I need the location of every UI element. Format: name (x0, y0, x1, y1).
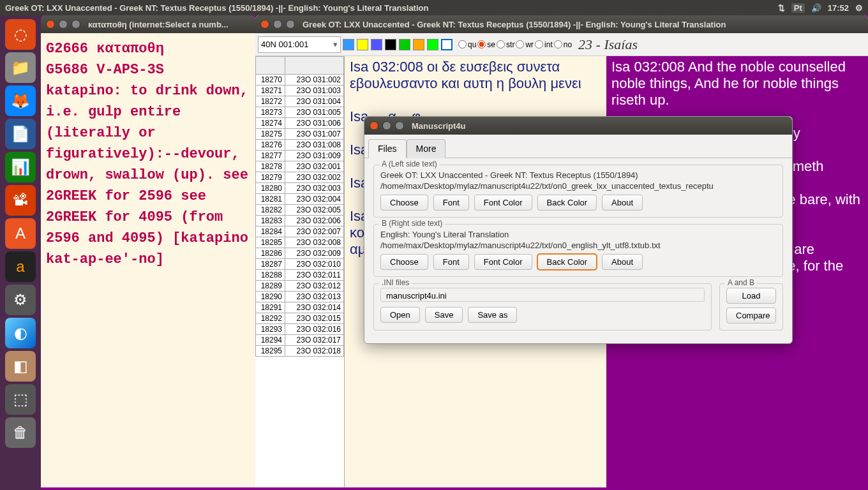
table-row[interactable]: 1828423O 032:007 (256, 226, 344, 237)
minimize-icon[interactable] (382, 121, 391, 130)
tool-icon[interactable] (413, 39, 424, 50)
a-backcolor-button[interactable]: Back Color (537, 195, 597, 211)
table-row[interactable]: 1829123O 032:014 (256, 302, 344, 313)
table-row[interactable]: 1828223O 032:005 (256, 205, 344, 216)
toolbar: 40N 001:001 qusestrwrintno 23 - Isaías (255, 33, 868, 56)
minimize-icon[interactable] (59, 20, 68, 29)
table-row[interactable]: 1827923O 032:002 (256, 172, 344, 183)
book-label: 23 - Isaías (578, 36, 638, 53)
table-row[interactable]: 1827023O 031:002 (256, 75, 344, 85)
maximize-icon[interactable] (395, 121, 404, 130)
table-row[interactable]: 1828923O 032:012 (256, 281, 344, 292)
dash-icon[interactable]: ◌ (5, 19, 36, 50)
table-row[interactable]: 1828023O 032:003 (256, 183, 344, 194)
sound-icon[interactable]: 🔊 (811, 3, 821, 13)
table-row[interactable]: 1827723O 031:009 (256, 151, 344, 161)
maximize-icon[interactable] (286, 20, 295, 29)
radio-qu[interactable]: qu (458, 40, 476, 49)
a-font-button[interactable]: Font (433, 195, 469, 211)
clock[interactable]: 17:52 (828, 3, 849, 13)
writer-icon[interactable]: 📄 (5, 119, 36, 149)
save-button[interactable]: Save (425, 307, 463, 323)
table-row[interactable]: 1828523O 032:008 (256, 237, 344, 248)
ini-file[interactable]: manuscript4u.ini (380, 288, 705, 302)
table-row[interactable]: 1829323O 032:016 (256, 324, 344, 335)
table-row[interactable]: 1829423O 032:017 (256, 335, 344, 346)
amazon-icon[interactable]: a (5, 251, 36, 282)
section-ini: .INI files manuscript4u.ini Open Save Sa… (373, 283, 712, 330)
main-titlebar[interactable]: Greek OT: LXX Unaccented - Greek NT: Tex… (255, 15, 868, 33)
lexicon-window: καταποθη (internet:Select a numb... G266… (41, 15, 255, 487)
tool-icon[interactable] (427, 39, 438, 50)
tool-icon[interactable] (357, 39, 368, 50)
tab-more[interactable]: More (407, 139, 446, 158)
table-row[interactable]: 1827523O 031:007 (256, 129, 344, 140)
section-b-label: B (Right side text) (379, 219, 445, 228)
section-ab: A and B Load Compare (719, 283, 783, 330)
radio-str[interactable]: str (497, 40, 514, 49)
compare-button[interactable]: Compare (726, 308, 776, 323)
table-row[interactable]: 1827323O 031:005 (256, 107, 344, 118)
close-icon[interactable] (260, 20, 269, 29)
network-icon[interactable]: ⇅ (778, 3, 785, 13)
section-b: B (Right side text) English: Young's Lit… (373, 224, 783, 277)
saveas-button[interactable]: Save as (468, 307, 517, 323)
table-row[interactable]: 1827823O 032:001 (256, 161, 344, 172)
table-row[interactable]: 1827423O 031:006 (256, 118, 344, 129)
table-row[interactable]: 1828123O 032:004 (256, 194, 344, 205)
table-row[interactable]: 1828623O 032:009 (256, 248, 344, 259)
radio-se[interactable]: se (477, 40, 495, 49)
table-row[interactable]: 1829223O 032:015 (256, 313, 344, 324)
tool-icon[interactable] (399, 39, 410, 50)
b-choose-button[interactable]: Choose (380, 254, 428, 270)
firefox-icon[interactable]: 🦊 (5, 85, 36, 116)
gear-icon[interactable]: ⚙ (855, 3, 863, 13)
radio-no[interactable]: no (554, 40, 572, 49)
a-choose-button[interactable]: Choose (380, 195, 428, 211)
table-row[interactable]: 1828723O 032:010 (256, 259, 344, 270)
table-row[interactable]: 1827223O 031:004 (256, 96, 344, 107)
maximize-icon[interactable] (71, 20, 80, 29)
b-about-button[interactable]: About (602, 254, 643, 270)
b-fontcolor-button[interactable]: Font Color (474, 254, 532, 270)
files-icon[interactable]: 📁 (5, 52, 36, 83)
impress-icon[interactable]: 📽 (5, 185, 36, 216)
software-icon[interactable]: A (5, 218, 36, 249)
table-row[interactable]: 1829023O 032:013 (256, 292, 344, 302)
tool-icon[interactable] (371, 39, 382, 50)
radio-wr[interactable]: wr (516, 40, 534, 49)
radio-int[interactable]: int (535, 40, 553, 49)
app-icon[interactable]: ⬚ (5, 384, 36, 415)
tool-icon[interactable] (343, 39, 354, 50)
table-row[interactable]: 1827623O 031:008 (256, 140, 344, 151)
lexicon-titlebar[interactable]: καταποθη (internet:Select a numb... (41, 15, 255, 33)
settings-icon[interactable]: ⚙ (5, 285, 36, 315)
verse-table[interactable]: 1827023O 031:0021827123O 031:0031827223O… (255, 56, 345, 487)
a-fontcolor-button[interactable]: Font Color (474, 195, 532, 211)
close-icon[interactable] (370, 121, 378, 130)
table-row[interactable]: 1827123O 031:003 (256, 85, 344, 96)
lexicon-title: καταποθη (internet:Select a numb... (88, 20, 228, 29)
keyboard-lang[interactable]: Pt (791, 3, 805, 13)
table-row[interactable]: 1828323O 032:006 (256, 216, 344, 226)
minimize-icon[interactable] (273, 20, 282, 29)
verse-combo[interactable]: 40N 001:001 (258, 36, 341, 53)
close-icon[interactable] (46, 20, 55, 29)
app-icon[interactable]: ◧ (5, 351, 36, 382)
b-backcolor-button[interactable]: Back Color (537, 254, 597, 270)
b-font-button[interactable]: Font (433, 254, 469, 270)
tab-files[interactable]: Files (368, 139, 407, 158)
manuscript-dialog: Manuscript4u Files More A (Left side tex… (364, 116, 793, 344)
tool-icon[interactable] (385, 39, 396, 50)
tool-icon[interactable] (441, 39, 453, 50)
table-row[interactable]: 1828823O 032:011 (256, 270, 344, 281)
open-button[interactable]: Open (380, 307, 420, 323)
trash-icon[interactable]: 🗑 (5, 417, 36, 448)
load-button[interactable]: Load (726, 288, 776, 304)
dialog-titlebar[interactable]: Manuscript4u (364, 117, 792, 135)
calc-icon[interactable]: 📊 (5, 152, 36, 182)
unity-launcher: ◌ 📁 🦊 📄 📊 📽 A a ⚙ ◐ ◧ ⬚ 🗑 (0, 15, 41, 490)
app-icon[interactable]: ◐ (5, 318, 36, 348)
a-about-button[interactable]: About (602, 195, 643, 211)
table-row[interactable]: 1829523O 032:018 (256, 346, 344, 357)
